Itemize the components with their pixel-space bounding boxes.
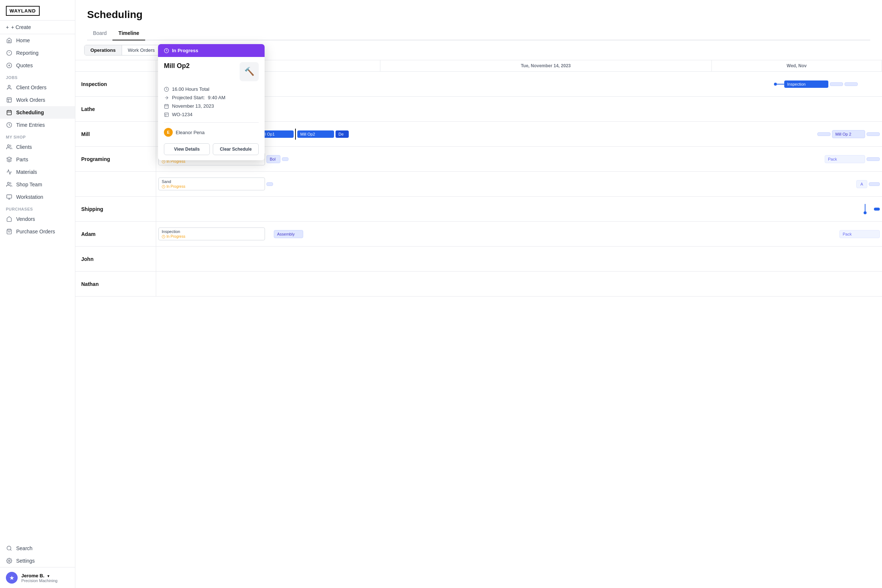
sidebar-item-purchase-orders[interactable]: Purchase Orders	[0, 225, 75, 238]
sidebar-clients-label: Clients	[16, 144, 32, 150]
sidebar-item-shop-team[interactable]: Shop Team	[0, 178, 75, 191]
view-toggle: Operations Work Orders	[84, 45, 161, 56]
logo: WAYLAND	[6, 6, 40, 16]
svg-rect-32	[165, 104, 169, 108]
row-label-inspection: Inspection	[75, 72, 156, 96]
sidebar-time-label: Time Entries	[16, 122, 45, 128]
sidebar-item-materials[interactable]: Materials	[0, 166, 75, 178]
tab-board[interactable]: Board	[87, 27, 112, 40]
list-item[interactable]	[282, 157, 288, 161]
btn-operations[interactable]: Operations	[84, 45, 122, 55]
search-icon	[6, 545, 12, 552]
list-item[interactable]	[266, 182, 273, 186]
row-content-sand: Sand In Progress A	[156, 172, 882, 196]
svg-point-22	[7, 546, 11, 550]
popup-header: In Progress	[158, 44, 265, 57]
list-item[interactable]: Pack	[839, 230, 880, 238]
myshop-section-label: My Shop	[0, 131, 75, 141]
list-item[interactable]: Pack	[825, 155, 865, 163]
list-item[interactable]	[844, 82, 858, 86]
svg-marker-16	[7, 157, 11, 159]
list-item[interactable]	[874, 208, 880, 211]
home-icon	[6, 37, 12, 44]
svg-rect-36	[165, 112, 169, 117]
clear-schedule-button[interactable]: Clear Schedule	[213, 143, 259, 155]
sidebar-item-vendors[interactable]: Vendors	[0, 213, 75, 225]
sidebar-item-client-orders[interactable]: Client Orders	[0, 81, 75, 94]
task-popup[interactable]: In Progress Mill Op2 🔨 16.00 Hours Total…	[158, 44, 265, 160]
btn-work-orders[interactable]: Work Orders	[122, 45, 160, 55]
parts-icon	[6, 156, 12, 163]
popup-projected-row: Projected Start: 9:40 AM	[164, 93, 259, 102]
reporting-icon	[6, 50, 12, 56]
row-label-mill: Mill	[75, 122, 156, 146]
list-item[interactable]	[869, 182, 880, 186]
sidebar-purchase-orders-label: Purchase Orders	[16, 229, 55, 234]
sidebar-item-scheduling[interactable]: Scheduling	[0, 106, 75, 119]
sidebar-home-label: Home	[16, 38, 30, 44]
sidebar-item-quotes[interactable]: Quotes	[0, 59, 75, 72]
row-label-programing: Programing	[75, 147, 156, 171]
clients-icon	[6, 144, 12, 150]
popup-wo-row: WO-1234	[164, 110, 259, 119]
list-item[interactable]: Inspection In Progress	[158, 228, 265, 240]
list-item[interactable]	[830, 82, 843, 86]
sidebar-reporting-label: Reporting	[16, 50, 39, 56]
sidebar-materials-label: Materials	[16, 169, 37, 175]
workstation-icon	[6, 194, 12, 200]
popup-separator	[164, 122, 259, 123]
page-header: Scheduling Board Timeline	[75, 0, 882, 40]
quotes-icon	[6, 62, 12, 69]
list-item[interactable]	[867, 157, 880, 161]
row-label-shipping: Shipping	[75, 196, 156, 221]
client-orders-icon	[6, 84, 12, 91]
list-item[interactable]: Bol	[266, 155, 280, 163]
list-item[interactable]: A	[856, 180, 867, 188]
list-item[interactable]: Sand In Progress	[158, 177, 265, 190]
sidebar-item-parts[interactable]: Parts	[0, 153, 75, 166]
row-content-lathe	[156, 97, 882, 121]
sidebar-item-home[interactable]: Home	[0, 34, 75, 46]
sidebar-item-workstation[interactable]: Workstation	[0, 191, 75, 203]
jobs-section-label: Jobs	[0, 72, 75, 81]
list-item[interactable]: Mill Op 2	[832, 130, 865, 138]
sidebar-client-orders-label: Client Orders	[16, 84, 46, 90]
create-label: + Create	[11, 24, 31, 30]
popup-date: November 13, 2023	[172, 103, 214, 109]
sidebar-item-reporting[interactable]: Reporting	[0, 46, 75, 59]
logo-area: WAYLAND	[0, 0, 75, 21]
popup-body: Mill Op2 🔨 16.00 Hours Total Projected S…	[158, 57, 265, 143]
list-item[interactable]: Inspection	[784, 81, 828, 88]
timeline-container: Operations Work Orders Tue, November 14,…	[75, 40, 882, 588]
svg-point-6	[8, 85, 10, 87]
sidebar-shop-team-label: Shop Team	[16, 182, 42, 188]
user-profile[interactable]: ★ Jerome B. ▾ Precision Machining	[0, 567, 75, 588]
list-item[interactable]	[818, 132, 831, 136]
list-item[interactable]	[867, 132, 880, 136]
row-content-john	[156, 247, 882, 271]
sidebar-parts-label: Parts	[16, 156, 28, 162]
row-content-programing: Glue In Progress Bol Pack	[156, 147, 882, 171]
row-content-shipping	[156, 196, 882, 221]
table-row: Shipping	[75, 196, 882, 222]
list-item[interactable]: De	[336, 130, 349, 138]
work-orders-icon	[6, 97, 12, 103]
sidebar-item-time-entries[interactable]: Time Entries	[0, 119, 75, 131]
svg-rect-18	[7, 195, 11, 198]
sidebar-item-search[interactable]: Search	[0, 542, 75, 555]
popup-date-row: November 13, 2023	[164, 102, 259, 110]
list-item[interactable]: Assembly	[274, 230, 303, 238]
svg-rect-7	[7, 98, 11, 102]
page-title: Scheduling	[87, 9, 870, 21]
create-button[interactable]: + + Create	[0, 21, 75, 34]
sidebar-workstation-label: Workstation	[16, 194, 44, 200]
assignee-avatar: E	[164, 128, 173, 137]
sidebar-item-work-orders[interactable]: Work Orders	[0, 94, 75, 106]
svg-rect-10	[7, 111, 11, 115]
view-details-button[interactable]: View Details	[164, 143, 210, 155]
sidebar-item-clients[interactable]: Clients	[0, 141, 75, 153]
tab-timeline[interactable]: Timeline	[112, 27, 145, 40]
row-label-programing2	[75, 172, 156, 196]
sidebar-item-settings[interactable]: Settings	[0, 555, 75, 567]
list-item[interactable]: Mill Op2	[297, 130, 334, 138]
